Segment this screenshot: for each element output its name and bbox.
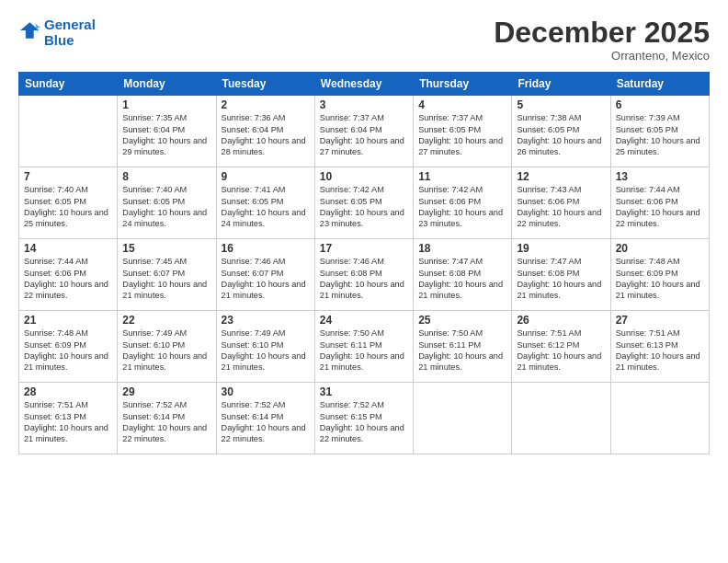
calendar-cell: 5Sunrise: 7:38 AMSunset: 6:05 PMDaylight… (512, 96, 610, 167)
day-info: Sunrise: 7:51 AMSunset: 6:13 PMDaylight:… (616, 327, 704, 373)
logo: General Blue (18, 17, 96, 49)
calendar-cell: 12Sunrise: 7:43 AMSunset: 6:06 PMDayligh… (512, 167, 610, 239)
day-info: Sunrise: 7:35 AMSunset: 6:04 PMDaylight:… (122, 112, 210, 158)
logo-icon (20, 20, 40, 40)
weekday-header-saturday: Saturday (610, 73, 709, 96)
weekday-header-friday: Friday (512, 73, 610, 96)
calendar-cell (19, 96, 118, 167)
calendar-cell: 15Sunrise: 7:45 AMSunset: 6:07 PMDayligh… (118, 239, 216, 311)
calendar-cell: 28Sunrise: 7:51 AMSunset: 6:13 PMDayligh… (19, 383, 118, 454)
day-number: 25 (418, 314, 506, 327)
calendar-cell: 11Sunrise: 7:42 AMSunset: 6:06 PMDayligh… (414, 167, 512, 239)
calendar-cell (610, 383, 709, 454)
weekday-header-monday: Monday (118, 73, 216, 96)
calendar-cell: 22Sunrise: 7:49 AMSunset: 6:10 PMDayligh… (118, 311, 216, 383)
day-info: Sunrise: 7:37 AMSunset: 6:05 PMDaylight:… (418, 112, 506, 158)
day-number: 14 (24, 242, 112, 255)
weekday-header-sunday: Sunday (19, 73, 118, 96)
day-info: Sunrise: 7:50 AMSunset: 6:11 PMDaylight:… (320, 327, 408, 373)
day-number: 20 (616, 242, 704, 255)
day-number: 12 (517, 170, 605, 183)
day-number: 26 (517, 314, 605, 327)
calendar-cell: 2Sunrise: 7:36 AMSunset: 6:04 PMDaylight… (216, 96, 314, 167)
calendar-table: SundayMondayTuesdayWednesdayThursdayFrid… (18, 72, 710, 454)
logo-line2: Blue (44, 32, 96, 48)
calendar-cell: 4Sunrise: 7:37 AMSunset: 6:05 PMDaylight… (414, 96, 512, 167)
day-number: 4 (418, 98, 506, 111)
day-info: Sunrise: 7:41 AMSunset: 6:05 PMDaylight:… (222, 184, 310, 230)
day-number: 7 (24, 170, 112, 183)
day-number: 19 (517, 242, 605, 255)
day-number: 21 (24, 314, 112, 327)
day-info: Sunrise: 7:46 AMSunset: 6:08 PMDaylight:… (320, 256, 408, 302)
day-number: 10 (320, 170, 408, 183)
day-info: Sunrise: 7:40 AMSunset: 6:05 PMDaylight:… (24, 184, 112, 230)
day-number: 29 (122, 385, 210, 398)
calendar-cell: 1Sunrise: 7:35 AMSunset: 6:04 PMDaylight… (118, 96, 216, 167)
calendar-week-row: 14Sunrise: 7:44 AMSunset: 6:06 PMDayligh… (19, 239, 710, 311)
header: General Blue December 2025 Orranteno, Me… (18, 17, 710, 63)
day-info: Sunrise: 7:46 AMSunset: 6:07 PMDaylight:… (222, 256, 310, 302)
day-info: Sunrise: 7:47 AMSunset: 6:08 PMDaylight:… (517, 256, 605, 302)
calendar-cell: 3Sunrise: 7:37 AMSunset: 6:04 PMDaylight… (314, 96, 413, 167)
day-info: Sunrise: 7:49 AMSunset: 6:10 PMDaylight:… (222, 327, 310, 373)
day-number: 30 (222, 385, 310, 398)
calendar-week-row: 21Sunrise: 7:48 AMSunset: 6:09 PMDayligh… (19, 311, 710, 383)
calendar-cell: 21Sunrise: 7:48 AMSunset: 6:09 PMDayligh… (19, 311, 118, 383)
calendar-cell: 14Sunrise: 7:44 AMSunset: 6:06 PMDayligh… (19, 239, 118, 311)
day-number: 6 (616, 98, 704, 111)
location: Orranteno, Mexico (494, 49, 710, 63)
calendar-page: General Blue December 2025 Orranteno, Me… (0, 0, 728, 563)
day-number: 27 (616, 314, 704, 327)
day-number: 15 (122, 242, 210, 255)
day-info: Sunrise: 7:36 AMSunset: 6:04 PMDaylight:… (222, 112, 310, 158)
day-number: 11 (418, 170, 506, 183)
day-number: 2 (222, 98, 310, 111)
day-info: Sunrise: 7:52 AMSunset: 6:15 PMDaylight:… (320, 399, 408, 445)
day-number: 13 (616, 170, 704, 183)
calendar-cell (414, 383, 512, 454)
day-number: 23 (222, 314, 310, 327)
calendar-week-row: 1Sunrise: 7:35 AMSunset: 6:04 PMDaylight… (19, 96, 710, 167)
title-block: December 2025 Orranteno, Mexico (494, 17, 710, 63)
calendar-cell: 6Sunrise: 7:39 AMSunset: 6:05 PMDaylight… (610, 96, 709, 167)
day-info: Sunrise: 7:43 AMSunset: 6:06 PMDaylight:… (517, 184, 605, 230)
logo-line1: General (44, 17, 96, 32)
day-info: Sunrise: 7:48 AMSunset: 6:09 PMDaylight:… (616, 256, 704, 302)
calendar-cell: 10Sunrise: 7:42 AMSunset: 6:05 PMDayligh… (314, 167, 413, 239)
day-info: Sunrise: 7:38 AMSunset: 6:05 PMDaylight:… (517, 112, 605, 158)
day-number: 28 (24, 385, 112, 398)
calendar-cell: 16Sunrise: 7:46 AMSunset: 6:07 PMDayligh… (216, 239, 314, 311)
day-number: 16 (222, 242, 310, 255)
calendar-cell: 26Sunrise: 7:51 AMSunset: 6:12 PMDayligh… (512, 311, 610, 383)
calendar-cell: 9Sunrise: 7:41 AMSunset: 6:05 PMDaylight… (216, 167, 314, 239)
day-number: 8 (122, 170, 210, 183)
calendar-week-row: 28Sunrise: 7:51 AMSunset: 6:13 PMDayligh… (19, 383, 710, 454)
day-info: Sunrise: 7:47 AMSunset: 6:08 PMDaylight:… (418, 256, 506, 302)
day-number: 5 (517, 98, 605, 111)
calendar-week-row: 7Sunrise: 7:40 AMSunset: 6:05 PMDaylight… (19, 167, 710, 239)
calendar-cell (512, 383, 610, 454)
calendar-cell: 17Sunrise: 7:46 AMSunset: 6:08 PMDayligh… (314, 239, 413, 311)
calendar-cell: 8Sunrise: 7:40 AMSunset: 6:05 PMDaylight… (118, 167, 216, 239)
calendar-cell: 18Sunrise: 7:47 AMSunset: 6:08 PMDayligh… (414, 239, 512, 311)
calendar-cell: 20Sunrise: 7:48 AMSunset: 6:09 PMDayligh… (610, 239, 709, 311)
day-info: Sunrise: 7:51 AMSunset: 6:13 PMDaylight:… (24, 399, 112, 445)
day-info: Sunrise: 7:45 AMSunset: 6:07 PMDaylight:… (122, 256, 210, 302)
day-number: 18 (418, 242, 506, 255)
calendar-cell: 31Sunrise: 7:52 AMSunset: 6:15 PMDayligh… (314, 383, 413, 454)
day-info: Sunrise: 7:51 AMSunset: 6:12 PMDaylight:… (517, 327, 605, 373)
calendar-cell: 24Sunrise: 7:50 AMSunset: 6:11 PMDayligh… (314, 311, 413, 383)
day-info: Sunrise: 7:50 AMSunset: 6:11 PMDaylight:… (418, 327, 506, 373)
day-info: Sunrise: 7:37 AMSunset: 6:04 PMDaylight:… (320, 112, 408, 158)
calendar-cell: 23Sunrise: 7:49 AMSunset: 6:10 PMDayligh… (216, 311, 314, 383)
day-info: Sunrise: 7:52 AMSunset: 6:14 PMDaylight:… (122, 399, 210, 445)
day-info: Sunrise: 7:42 AMSunset: 6:05 PMDaylight:… (320, 184, 408, 230)
day-info: Sunrise: 7:52 AMSunset: 6:14 PMDaylight:… (222, 399, 310, 445)
day-number: 24 (320, 314, 408, 327)
weekday-header-wednesday: Wednesday (314, 73, 413, 96)
calendar-cell: 7Sunrise: 7:40 AMSunset: 6:05 PMDaylight… (19, 167, 118, 239)
weekday-header-thursday: Thursday (414, 73, 512, 96)
day-number: 3 (320, 98, 408, 111)
calendar-cell: 27Sunrise: 7:51 AMSunset: 6:13 PMDayligh… (610, 311, 709, 383)
